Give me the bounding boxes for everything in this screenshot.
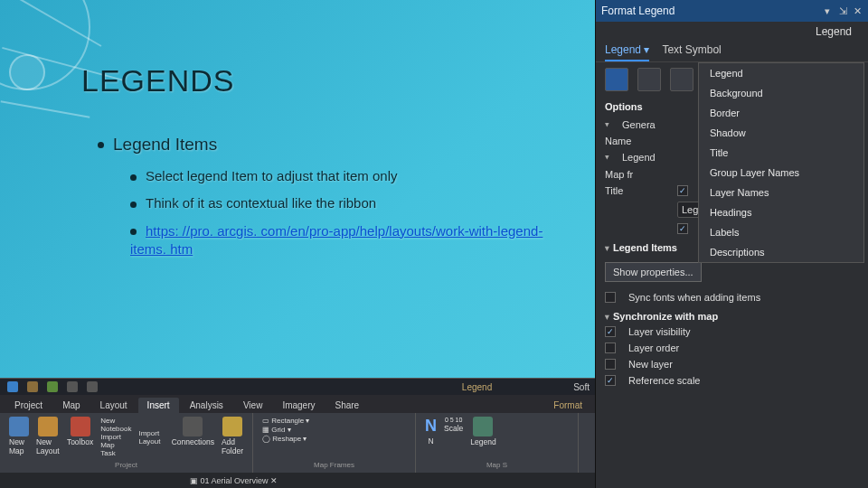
task-button[interactable]: Task [100,449,131,457]
north-arrow-button[interactable]: NN [425,417,437,446]
group-label: Map Frames [262,461,406,469]
slide-bullet-link: https: //pro. arcgis. com/en/pro-app/hel… [130,222,552,259]
mapframe-label: Map fr [605,169,668,180]
ribbon-tab-analysis[interactable]: Analysis [181,398,232,413]
dropdown-item-group-layer-names[interactable]: Group Layer Names [699,163,863,183]
dropdown-item-layer-names[interactable]: Layer Names [699,183,863,202]
btn-label: Add Folder [222,437,243,455]
section-legend-items[interactable]: Legend Items [613,242,677,253]
new-map-button[interactable]: New Map [9,417,29,457]
grid-button[interactable]: ▦ Grid ▾ [262,426,406,434]
pin-icon[interactable]: ⇲ [839,6,848,15]
ribbon-tab-project[interactable]: Project [5,398,52,413]
ribbon-group-project: New Map New Layout Toolbox New Notebook … [0,413,253,473]
show-checkbox[interactable]: ✓ [677,185,688,196]
toolbox-icon [71,417,90,436]
wordwrap-checkbox[interactable]: ✓ [677,223,688,234]
format-legend-panel: Format Legend ▾ ⇲ ✕ Legend Legend ▾ Text… [595,0,868,488]
reference-scale-label: Reference scale [628,375,701,386]
reference-scale-checkbox[interactable]: ✓ [605,375,616,386]
section-sync-map[interactable]: Synchronize with map [613,311,718,322]
rectangle-button[interactable]: ▭ Rectangle ▾ [262,417,406,425]
btn-label: New Map [9,437,29,455]
section-legend[interactable]: Legend [622,152,656,163]
connections-button[interactable]: Connections [172,417,214,457]
slide-subhead-text: Legend Items [113,135,217,154]
ribbon-tab-share[interactable]: Share [326,398,369,413]
layer-order-checkbox[interactable] [605,343,616,353]
close-icon[interactable]: ✕ [854,6,863,15]
deco-circle [9,54,45,90]
sync-fonts-checkbox[interactable] [605,292,616,303]
ribbon-tab-format[interactable]: Format [544,398,591,413]
btn-label: N [428,436,433,446]
chevron-down-icon[interactable]: ▸ [603,155,612,160]
context-tab-label: Legend [462,382,492,392]
ribbon-tab-imagery[interactable]: Imagery [273,398,324,413]
qat-icon[interactable] [27,381,38,392]
btn-label: Scale [444,424,463,433]
dropdown-item-shadow[interactable]: Shadow [699,123,863,143]
ribbon-group-mapframes: ▭ Rectangle ▾ ▦ Grid ▾ ◯ Reshape ▾ Map F… [253,413,416,473]
add-folder-button[interactable]: Add Folder [222,417,243,457]
dropdown-item-title[interactable]: Title [699,143,863,163]
legend-icon [473,417,493,436]
scale-button[interactable]: 0 5 10Scale [444,417,463,446]
toolbox-button[interactable]: Toolbox [67,417,93,457]
group-label: Project [9,461,243,469]
scale-icon: 0 5 10 [445,417,462,423]
layer-order-label: Layer order [628,343,679,353]
dock-icon[interactable]: ▾ [825,6,834,15]
dropdown-item-headings[interactable]: Headings [699,202,863,222]
quick-access-bar: Legend Soft [0,379,597,395]
dropdown-item-labels[interactable]: Labels [699,222,863,242]
import-layout-button[interactable]: Import Layout [138,429,164,446]
panel-titlebar: Format Legend ▾ ⇲ ✕ [596,0,868,22]
btn-label: New Layout [36,437,60,455]
qat-icon[interactable] [7,381,18,392]
subtab-display-icon[interactable] [670,68,693,91]
ribbon-tab-view[interactable]: View [234,398,272,413]
new-notebook-button[interactable]: New Notebook [100,417,131,433]
qat-icon[interactable] [67,381,78,392]
subtab-arrangement-icon[interactable] [637,68,661,91]
slide-bullet: Think of it as contextual like the ribbo… [130,194,552,212]
ribbon-tab-map[interactable]: Map [53,398,89,413]
reshape-button[interactable]: ◯ Reshape ▾ [262,435,406,443]
show-properties-button[interactable]: Show properties... [605,262,702,282]
dropdown-item-descriptions[interactable]: Descriptions [699,242,863,262]
status-right: Soft [573,382,590,392]
section-general[interactable]: Genera [622,119,656,130]
help-link[interactable]: https: //pro. arcgis. com/en/pro-app/hel… [130,223,542,257]
subtab-options-icon[interactable] [605,68,628,91]
ribbon-group-mapsurrounds: NN 0 5 10Scale Legend Map S [416,413,579,473]
qat-icon[interactable] [47,381,58,392]
new-layout-button[interactable]: New Layout [36,417,60,457]
import-map-button[interactable]: Import Map [100,433,131,449]
name-label: Name [605,136,668,146]
btn-label: Toolbox [67,437,93,446]
tab-legend[interactable]: Legend ▾ [605,40,649,61]
panel-tabs: Legend ▾ Text Symbol [596,40,868,62]
element-name-heading: Legend [596,22,868,40]
deco-line [1,100,90,117]
new-layer-checkbox[interactable] [605,359,616,370]
dropdown-item-legend[interactable]: Legend [699,63,863,83]
layer-visibility-checkbox[interactable]: ✓ [605,326,616,337]
chevron-down-icon[interactable]: ▸ [603,315,612,320]
slide-subhead: Legend Items [98,135,552,155]
chevron-down-icon[interactable]: ▸ [603,123,612,127]
ribbon-tab-insert[interactable]: Insert [138,398,179,413]
group-label: Map S [425,461,569,469]
ribbon-tab-layout[interactable]: Layout [91,398,137,413]
ribbon-tabs: Project Map Layout Insert Analysis View … [0,395,597,413]
qat-icon[interactable] [87,381,98,392]
dropdown-item-background[interactable]: Background [699,83,863,103]
tab-text-symbol[interactable]: Text Symbol [662,40,721,61]
footer-file[interactable]: 01 Aerial Overview [201,476,269,485]
panel-title: Format Legend [601,5,675,17]
legend-button[interactable]: Legend [470,417,495,446]
chevron-down-icon[interactable]: ▸ [603,247,612,251]
dropdown-item-border[interactable]: Border [699,103,863,123]
btn-label: Legend [470,437,495,446]
